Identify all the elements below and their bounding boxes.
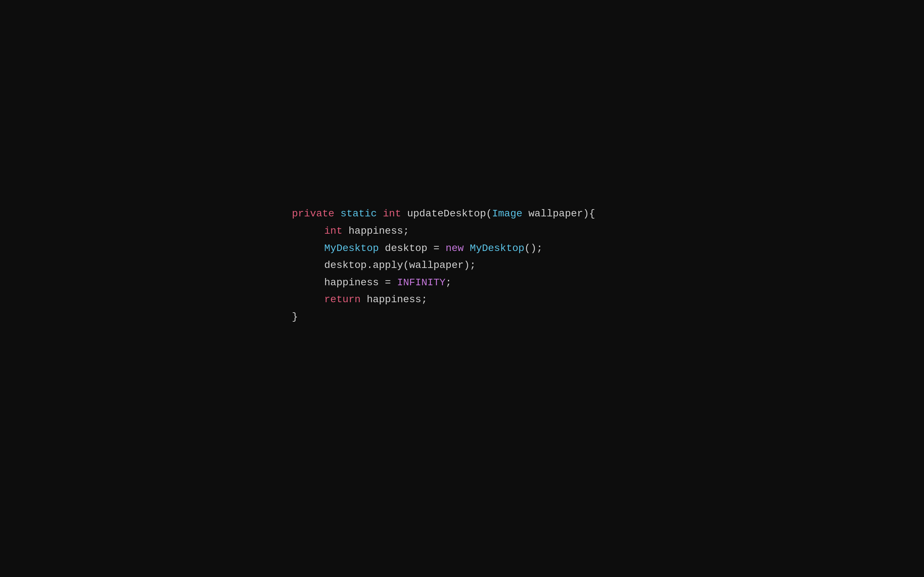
- code-line-6: return happiness;: [292, 291, 595, 308]
- keyword-new: new: [446, 240, 464, 257]
- keyword-int: int: [383, 205, 401, 222]
- constructor-call: ();: [525, 240, 543, 257]
- code-line-5: happiness = INFINITY;: [292, 274, 595, 292]
- param-wallpaper: wallpaper){: [522, 205, 595, 222]
- happiness-assign: happiness =: [324, 274, 397, 292]
- code-line-1: private static int updateDesktop(Image w…: [292, 205, 595, 222]
- type-mydesktop-2: MyDesktop: [470, 240, 525, 257]
- var-desktop-assign: desktop =: [379, 240, 446, 257]
- keyword-static: static: [340, 205, 377, 222]
- closing-brace: }: [292, 308, 298, 326]
- semicolon: ;: [446, 274, 452, 292]
- code-line-7: }: [292, 308, 595, 326]
- space: [334, 205, 340, 222]
- code-line-4: desktop.apply(wallpaper);: [292, 257, 595, 274]
- code-line-3: MyDesktop desktop = new MyDesktop();: [292, 240, 595, 257]
- type-image: Image: [492, 205, 522, 222]
- return-happiness: happiness;: [360, 291, 427, 308]
- space: [377, 205, 383, 222]
- keyword-private: private: [292, 205, 334, 222]
- type-mydesktop-1: MyDesktop: [324, 240, 379, 257]
- method-name: updateDesktop(: [401, 205, 492, 222]
- code-line-2: int happiness;: [292, 222, 595, 240]
- keyword-int-2: int: [324, 222, 342, 240]
- value-infinity: INFINITY: [397, 274, 446, 292]
- space2: [464, 240, 470, 257]
- var-happiness-decl: happiness;: [342, 222, 409, 240]
- desktop-apply: desktop.apply(wallpaper);: [324, 257, 476, 274]
- code-block: private static int updateDesktop(Image w…: [292, 205, 595, 325]
- keyword-return: return: [324, 291, 360, 308]
